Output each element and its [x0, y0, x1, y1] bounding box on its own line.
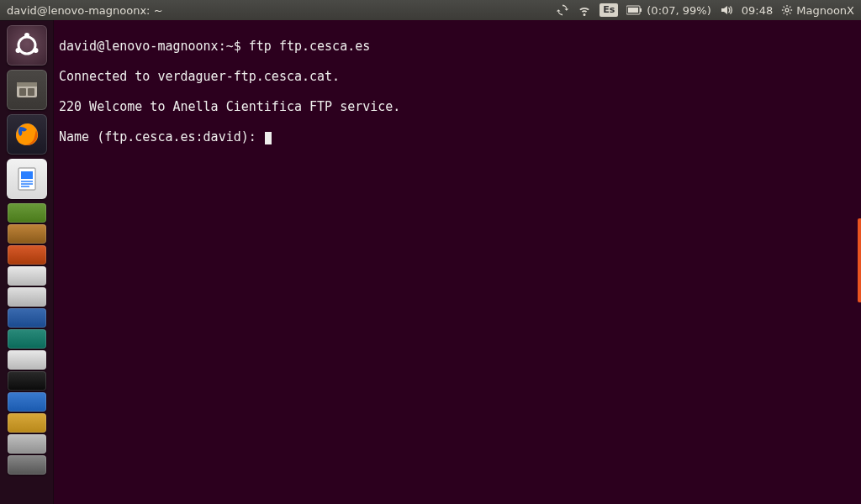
svg-rect-11 [28, 88, 34, 96]
terminal-line-2: 220 Welcome to Anella Cientifica FTP ser… [59, 99, 856, 114]
svg-rect-2 [628, 8, 638, 13]
gear-icon [781, 4, 793, 16]
launcher-app-5[interactable] [8, 203, 46, 223]
scrollbar[interactable] [858, 218, 861, 302]
terminal-prompt: david@lenovo-magnoonx:~$ [59, 39, 249, 54]
svg-point-3 [785, 8, 789, 12]
ubuntu-icon [12, 30, 42, 60]
launcher-files[interactable] [7, 70, 47, 110]
terminal-command: ftp ftp.cesca.es [249, 39, 371, 54]
launcher [0, 20, 54, 504]
launcher-app-12[interactable] [8, 350, 46, 370]
svg-rect-1 [640, 8, 642, 12]
top-menubar: david@lenovo-magnoonx: ~ Es (0:07, 99%) … [0, 0, 861, 20]
svg-point-4 [18, 37, 35, 54]
terminal-line-prompt: david@lenovo-magnoonx:~$ ftp ftp.cesca.e… [59, 39, 856, 54]
sync-icon[interactable] [556, 3, 569, 17]
launcher-app-14[interactable] [8, 392, 46, 412]
svg-point-5 [24, 33, 29, 38]
indicator-area: Es (0:07, 99%) 09:48 MagnoonX [556, 3, 861, 17]
svg-rect-9 [17, 82, 37, 87]
launcher-trash[interactable] [8, 455, 46, 475]
battery-indicator[interactable]: (0:07, 99%) [626, 4, 711, 17]
launcher-firefox[interactable] [7, 114, 47, 155]
battery-icon [626, 5, 643, 15]
launcher-app-8[interactable] [8, 266, 46, 286]
launcher-app-7[interactable] [8, 245, 46, 265]
keyboard-layout-badge: Es [600, 3, 618, 17]
session-name: MagnoonX [796, 4, 854, 17]
firefox-icon [11, 118, 43, 150]
file-manager-icon [13, 76, 41, 104]
launcher-overflow [8, 203, 46, 475]
launcher-app-15[interactable] [8, 413, 46, 433]
session-menu[interactable]: MagnoonX [781, 4, 854, 17]
svg-point-6 [15, 48, 20, 53]
launcher-app-10[interactable] [8, 308, 46, 328]
launcher-app-11[interactable] [8, 329, 46, 349]
launcher-app-6[interactable] [8, 224, 46, 244]
terminal[interactable]: david@lenovo-magnoonx:~$ ftp ftp.cesca.e… [54, 20, 861, 504]
volume-icon[interactable] [720, 3, 733, 17]
terminal-line-1: Connected to verdaguer-ftp.cesca.cat. [59, 69, 856, 84]
terminal-name-prompt: Name (ftp.cesca.es:david): [59, 129, 264, 144]
launcher-app-13[interactable] [8, 371, 46, 391]
launcher-writer[interactable] [7, 159, 47, 199]
launcher-app-9[interactable] [8, 287, 46, 307]
terminal-cursor [265, 132, 272, 144]
battery-text: (0:07, 99%) [647, 4, 711, 17]
launcher-dash[interactable] [7, 25, 47, 66]
document-icon [13, 165, 41, 193]
clock[interactable]: 09:48 [742, 4, 773, 17]
wifi-icon[interactable] [578, 3, 591, 17]
svg-rect-14 [21, 171, 33, 179]
keyboard-layout-indicator[interactable]: Es [600, 3, 618, 17]
svg-rect-10 [19, 88, 26, 96]
svg-point-7 [33, 48, 38, 53]
window-title: david@lenovo-magnoonx: ~ [0, 4, 556, 17]
terminal-line-3: Name (ftp.cesca.es:david): [59, 129, 856, 144]
launcher-app-16[interactable] [8, 434, 46, 454]
